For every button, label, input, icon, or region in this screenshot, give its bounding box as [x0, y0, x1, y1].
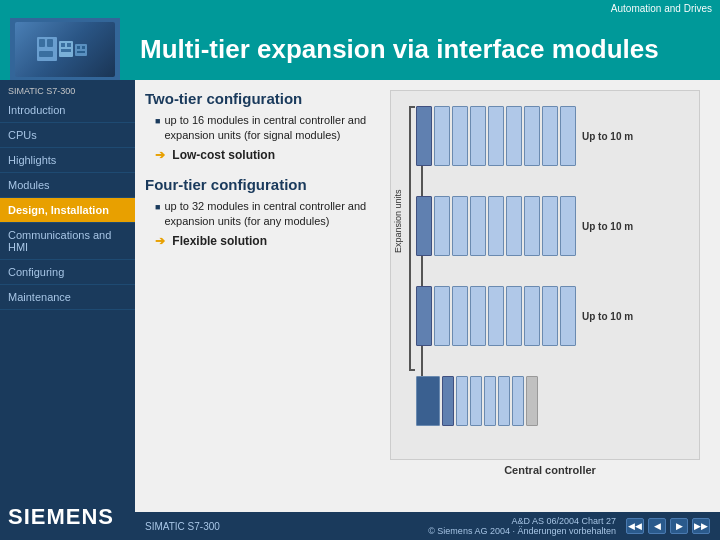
svg-rect-8 — [75, 44, 87, 56]
tier-label-3: Up to 10 m — [582, 311, 633, 322]
svg-rect-6 — [67, 43, 71, 47]
sidebar-item-communications-hmi[interactable]: Communications and HMI — [0, 223, 135, 260]
content-area: Two-tier configuration ■ up to 16 module… — [135, 80, 720, 540]
svg-rect-10 — [82, 46, 85, 49]
sidebar-item-modules[interactable]: Modules — [0, 173, 135, 198]
svg-rect-11 — [77, 51, 85, 53]
two-tier-arrow1: ➔ Low-cost solution — [155, 148, 380, 162]
module-c6 — [512, 376, 524, 426]
tier-row-1: Up to 10 m — [416, 106, 689, 166]
sidebar: SIMATIC S7-300 Introduction CPUs Highlig… — [0, 80, 135, 540]
tier-label-1: Up to 10 m — [582, 131, 633, 142]
module-24 — [560, 286, 576, 346]
module-21 — [506, 286, 522, 346]
connector-line-1 — [421, 166, 423, 196]
top-bar: Automation and Drives — [0, 0, 720, 18]
module-14 — [524, 196, 540, 256]
two-tier-section: Two-tier configuration ■ up to 16 module… — [145, 90, 380, 162]
two-tier-bullet1: ■ up to 16 modules in central controller… — [155, 113, 380, 144]
module-8 — [560, 106, 576, 166]
arrow-icon: ➔ — [155, 148, 165, 162]
module-group-1 — [416, 106, 576, 166]
connector-line-2 — [421, 256, 423, 286]
logo-image — [15, 22, 115, 77]
svg-rect-1 — [39, 39, 45, 47]
module-11 — [470, 196, 486, 256]
module-1 — [434, 106, 450, 166]
sidebar-item-highlights[interactable]: Highlights — [0, 148, 135, 173]
module-4 — [488, 106, 504, 166]
module-group-2 — [416, 196, 576, 256]
module-dark-2 — [416, 196, 432, 256]
tier-row-3: Up to 10 m — [416, 286, 689, 346]
tier-label-2: Up to 10 m — [582, 221, 633, 232]
diagram-area: Expansion units — [390, 90, 700, 460]
nav-prev-button[interactable]: ◀ — [648, 518, 666, 534]
header-logo — [10, 18, 120, 80]
module-13 — [506, 196, 522, 256]
module-c2 — [456, 376, 468, 426]
module-10 — [452, 196, 468, 256]
svg-rect-7 — [61, 49, 71, 52]
module-c1 — [442, 376, 454, 426]
header: Multi-tier expansion via interface modul… — [0, 18, 720, 80]
module-22 — [524, 286, 540, 346]
sidebar-item-configuring[interactable]: Configuring — [0, 260, 135, 285]
svg-rect-9 — [77, 46, 80, 49]
module-3 — [470, 106, 486, 166]
diagram-panel: Expansion units — [390, 90, 710, 502]
main-container: SIMATIC S7-300 Introduction CPUs Highlig… — [0, 80, 720, 540]
text-panel: Two-tier configuration ■ up to 16 module… — [145, 90, 380, 502]
module-c7 — [526, 376, 538, 426]
module-c5 — [498, 376, 510, 426]
connector-line-3 — [421, 346, 423, 376]
module-group-central — [416, 376, 538, 426]
expansion-units-label: Expansion units — [393, 111, 403, 331]
central-controller-label: Central controller — [390, 464, 710, 476]
sidebar-item-maintenance[interactable]: Maintenance — [0, 285, 135, 310]
module-17 — [434, 286, 450, 346]
module-23 — [542, 286, 558, 346]
arrow-icon-2: ➔ — [155, 234, 165, 248]
module-7 — [542, 106, 558, 166]
nav-last-button[interactable]: ▶▶ — [692, 518, 710, 534]
module-group-3 — [416, 286, 576, 346]
bullet-icon-2: ■ — [155, 201, 160, 230]
module-19 — [470, 286, 486, 346]
svg-rect-3 — [39, 51, 53, 57]
module-20 — [488, 286, 504, 346]
sidebar-item-introduction[interactable]: Introduction — [0, 98, 135, 123]
module-dark-1 — [416, 106, 432, 166]
two-tier-title: Two-tier configuration — [145, 90, 380, 107]
content-footer: SIMATIC S7-300 A&D AS 06/2004 Chart 27 ©… — [135, 512, 720, 540]
footer-nav: ◀◀ ◀ ▶ ▶▶ — [626, 518, 710, 534]
content-inner: Two-tier configuration ■ up to 16 module… — [135, 80, 720, 512]
four-tier-section: Four-tier configuration ■ up to 32 modul… — [145, 176, 380, 248]
product-label: SIMATIC S7-300 — [0, 80, 135, 98]
svg-rect-2 — [47, 39, 53, 47]
tier-row-central — [416, 376, 689, 426]
sidebar-item-design-installation[interactable]: Design, Installation — [0, 198, 135, 223]
footer-copyright: A&D AS 06/2004 Chart 27 © Siemens AG 200… — [428, 516, 616, 536]
module-15 — [542, 196, 558, 256]
sidebar-item-cpus[interactable]: CPUs — [0, 123, 135, 148]
footer-product-label: SIMATIC S7-300 — [145, 521, 220, 532]
bullet-icon: ■ — [155, 115, 160, 144]
svg-rect-5 — [61, 43, 65, 47]
module-2 — [452, 106, 468, 166]
nav-next-button[interactable]: ▶ — [670, 518, 688, 534]
module-9 — [434, 196, 450, 256]
four-tier-bullet1: ■ up to 32 modules in central controller… — [155, 199, 380, 230]
module-6 — [524, 106, 540, 166]
module-5 — [506, 106, 522, 166]
nav-first-button[interactable]: ◀◀ — [626, 518, 644, 534]
footer-right-group: A&D AS 06/2004 Chart 27 © Siemens AG 200… — [428, 516, 710, 536]
cpu-module — [416, 376, 440, 426]
expansion-bracket — [409, 106, 415, 371]
module-c4 — [484, 376, 496, 426]
module-c3 — [470, 376, 482, 426]
four-tier-arrow1: ➔ Flexible solution — [155, 234, 380, 248]
header-title: Multi-tier expansion via interface modul… — [140, 34, 710, 65]
tier-row-2: Up to 10 m — [416, 196, 689, 256]
four-tier-title: Four-tier configuration — [145, 176, 380, 193]
